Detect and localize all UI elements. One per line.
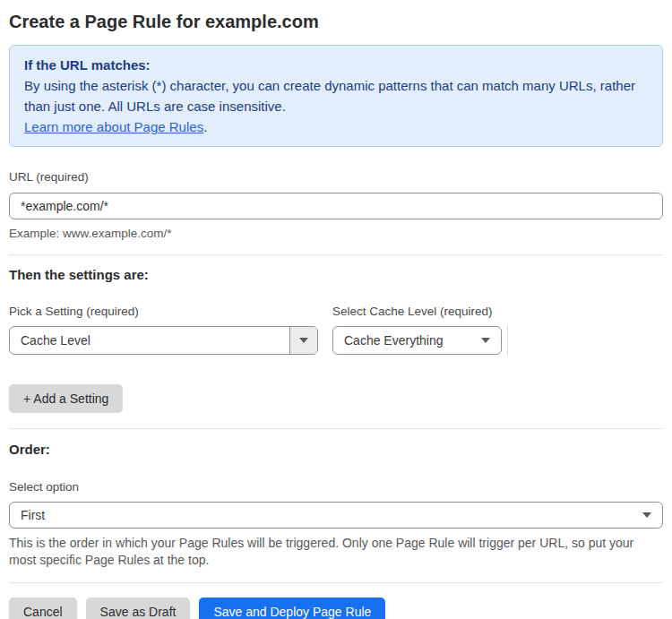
info-box-link-line: Learn more about Page Rules. xyxy=(24,116,648,137)
divider xyxy=(9,582,663,583)
divider xyxy=(9,254,663,255)
setting-picker-label: Pick a Setting (required) xyxy=(9,305,318,319)
order-section-heading: Order: xyxy=(9,442,663,458)
setting-row: Pick a Setting (required) Cache Level Se… xyxy=(9,305,663,355)
order-select-label: Select option xyxy=(9,480,663,494)
cache-level-select[interactable]: Cache Everything xyxy=(332,326,502,355)
cancel-button[interactable]: Cancel xyxy=(9,598,77,619)
caret-down-icon xyxy=(299,338,308,343)
setting-picker-value: Cache Level xyxy=(10,333,289,348)
setting-picker-group: Pick a Setting (required) Cache Level xyxy=(9,305,318,355)
url-field-label: URL (required) xyxy=(9,170,663,185)
save-as-draft-button[interactable]: Save as Draft xyxy=(86,598,191,619)
create-page-rule-form: Create a Page Rule for example.com If th… xyxy=(0,0,672,619)
caret-down-icon xyxy=(642,512,651,518)
caret-down-icon xyxy=(481,338,490,343)
order-select[interactable]: First xyxy=(9,502,663,529)
url-example-text: Example: www.example.com/* xyxy=(9,226,663,241)
add-setting-button[interactable]: + Add a Setting xyxy=(9,384,123,413)
cache-level-label: Select Cache Level (required) xyxy=(332,305,508,319)
link-suffix: . xyxy=(203,119,207,134)
learn-more-link[interactable]: Learn more about Page Rules xyxy=(24,119,203,134)
form-actions: Cancel Save as Draft Save and Deploy Pag… xyxy=(9,598,663,619)
cache-level-picker-group: Select Cache Level (required) Cache Ever… xyxy=(332,305,508,355)
url-match-info-box: If the URL matches: By using the asteris… xyxy=(9,45,663,147)
divider xyxy=(9,428,663,429)
info-box-heading: If the URL matches: xyxy=(24,55,648,75)
order-help-text: This is the order in which your Page Rul… xyxy=(9,535,654,569)
setting-picker-select[interactable]: Cache Level xyxy=(9,326,318,355)
page-title: Create a Page Rule for example.com xyxy=(9,11,663,32)
save-and-deploy-button[interactable]: Save and Deploy Page Rule xyxy=(199,598,385,619)
settings-section-heading: Then the settings are: xyxy=(9,267,663,283)
info-box-body: By using the asterisk (*) character, you… xyxy=(24,75,648,116)
setting-picker-arrow-button[interactable] xyxy=(289,327,317,354)
url-input[interactable] xyxy=(9,193,663,219)
cache-level-value: Cache Everything xyxy=(333,333,481,348)
order-select-value: First xyxy=(10,508,642,522)
setting-row-divider xyxy=(507,326,508,355)
